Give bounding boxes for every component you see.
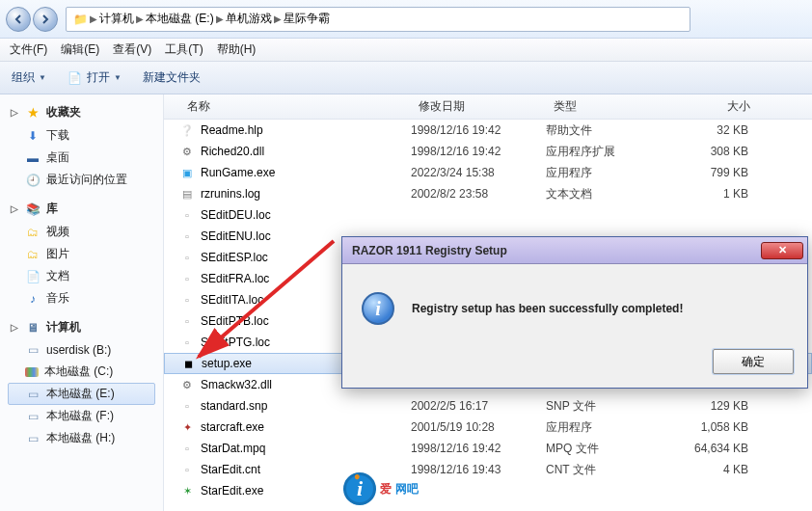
file-row[interactable]: ▫StarEdit.cnt1998/12/16 19:43CNT 文件4 KB [164, 459, 812, 480]
file-date: 2022/3/24 15:38 [411, 166, 546, 179]
expander-icon[interactable]: ▷ [10, 204, 19, 214]
file-date: 2001/5/19 10:28 [411, 420, 546, 434]
file-icon: ▫ [179, 229, 195, 244]
new-folder-button[interactable]: 新建文件夹 [143, 69, 201, 86]
file-icon: ▫ [179, 462, 195, 477]
expander-icon[interactable]: ▷ [10, 323, 19, 333]
info-icon: i [362, 292, 394, 325]
command-bar: 组织▼ 📄 打开▼ 新建文件夹 [0, 62, 812, 94]
col-date[interactable]: 修改日期 [411, 98, 546, 115]
file-type: 帮助文件 [546, 122, 662, 139]
sidebar-item-label: 本地磁盘 (F:) [46, 408, 114, 424]
sidebar-item[interactable]: ▭本地磁盘 (H:) [8, 427, 155, 449]
menu-tools[interactable]: 工具(T) [165, 41, 203, 58]
watermark: i 爱 网吧 [343, 472, 419, 505]
file-type: MPQ 文件 [546, 441, 662, 457]
file-row[interactable]: ✶StarEdit.exe [164, 480, 812, 501]
file-row[interactable]: ✦starcraft.exe2001/5/19 10:28应用程序1,058 K… [164, 417, 812, 438]
file-name: standard.snp [201, 399, 267, 413]
open-button[interactable]: 📄 打开▼ [68, 69, 122, 86]
file-size: 4 KB [662, 463, 758, 476]
file-row[interactable]: ❔Readme.hlp1998/12/16 19:42帮助文件32 KB [164, 120, 812, 141]
sidebar-item[interactable]: ▭本地磁盘 (F:) [8, 405, 155, 427]
file-icon: ▫ [179, 313, 195, 329]
sidebar-item-label: 本地磁盘 (E:) [46, 386, 115, 402]
sidebar: ▷ ★ 收藏夹 ⬇下载▬桌面🕘最近访问的位置 ▷ 📚 库 🗂视频🗂图片📄文档♪音… [0, 94, 164, 511]
file-name: StarDat.mpq [201, 442, 265, 455]
col-name[interactable]: 名称 [179, 98, 411, 115]
sidebar-group-favorites[interactable]: ▷ ★ 收藏夹 [10, 104, 155, 121]
sidebar-item[interactable]: 🕘最近访问的位置 [8, 169, 155, 191]
breadcrumb[interactable]: 本地磁盘 (E:) [146, 11, 214, 27]
file-icon: ▫ [179, 271, 195, 286]
file-type: 文本文档 [546, 186, 662, 202]
sidebar-item-icon: ▭ [25, 387, 41, 402]
close-button[interactable]: ✕ [761, 242, 803, 259]
titlebar: 📁 ▶ 计算机 ▶ 本地磁盘 (E:) ▶ 单机游戏 ▶ 星际争霸 [0, 0, 812, 39]
file-icon: ▤ [179, 186, 195, 202]
sidebar-item[interactable]: 🗂视频 [8, 221, 155, 243]
file-icon: ▣ [179, 165, 195, 180]
sidebar-item[interactable]: ⬇下载 [8, 124, 155, 147]
file-name: StarEdit.cnt [201, 463, 260, 476]
sidebar-item-icon: 🗂 [25, 225, 41, 240]
file-date: 2002/2/5 16:17 [411, 399, 546, 413]
expander-icon[interactable]: ▷ [10, 108, 19, 118]
file-size: 1 KB [662, 187, 758, 201]
file-row[interactable]: ▫StarDat.mpq1998/12/16 19:42MPQ 文件64,634… [164, 438, 812, 459]
file-row[interactable]: ▤rzrunins.log2002/8/2 23:58文本文档1 KB [164, 183, 812, 204]
file-name: SEditITA.loc [201, 293, 263, 307]
sidebar-item[interactable]: ▬桌面 [8, 147, 155, 169]
sidebar-item-icon: 🕘 [25, 173, 41, 188]
sidebar-item[interactable]: 📄文档 [8, 265, 155, 287]
breadcrumb[interactable]: 单机游戏 [226, 11, 272, 27]
menu-view[interactable]: 查看(V) [113, 41, 151, 58]
breadcrumb[interactable]: 星际争霸 [284, 11, 330, 27]
sidebar-item[interactable]: 本地磁盘 (C:) [8, 361, 155, 383]
sidebar-item[interactable]: ▭userdisk (B:) [8, 339, 155, 361]
file-name: SEditFRA.loc [201, 272, 269, 285]
sidebar-group-computer[interactable]: ▷ 🖥 计算机 [10, 319, 155, 336]
sidebar-item[interactable]: ▭本地磁盘 (E:) [8, 383, 155, 405]
watermark-text: 爱 [380, 481, 392, 498]
sidebar-group-label: 收藏夹 [46, 104, 81, 121]
sidebar-item-icon: 🗂 [25, 247, 41, 262]
sidebar-item-icon: ♪ [25, 291, 41, 307]
dialog-message: Registry setup has been successfully com… [412, 302, 683, 315]
sidebar-item[interactable]: 🗂图片 [8, 243, 155, 265]
sidebar-group-library[interactable]: ▷ 📚 库 [10, 201, 155, 217]
file-size: 799 KB [662, 166, 758, 179]
file-size: 64,634 KB [662, 442, 758, 455]
menu-file[interactable]: 文件(F) [10, 41, 47, 58]
file-date: 1998/12/16 19:42 [411, 123, 546, 137]
file-type: 应用程序 [546, 419, 662, 436]
sidebar-item[interactable]: ♪音乐 [8, 287, 155, 309]
file-row[interactable]: ▫SEditDEU.loc [164, 204, 812, 226]
nav-forward-button[interactable] [33, 7, 58, 32]
organize-button[interactable]: 组织▼ [12, 69, 46, 86]
col-type[interactable]: 类型 [546, 98, 662, 115]
sidebar-item-label: 图片 [46, 246, 69, 262]
file-row[interactable]: ▫standard.snp2002/2/5 16:17SNP 文件129 KB [164, 395, 812, 417]
nav-back-button[interactable] [6, 7, 31, 32]
address-bar[interactable]: 📁 ▶ 计算机 ▶ 本地磁盘 (E:) ▶ 单机游戏 ▶ 星际争霸 [66, 7, 690, 32]
chevron-right-icon: ▶ [136, 13, 144, 24]
breadcrumb[interactable]: 计算机 [99, 11, 134, 27]
col-size[interactable]: 大小 [662, 98, 758, 115]
menu-edit[interactable]: 编辑(E) [61, 41, 99, 58]
chevron-right-icon: ▶ [90, 13, 97, 24]
file-row[interactable]: ⚙Riched20.dll1998/12/16 19:42应用程序扩展308 K… [164, 141, 812, 162]
chevron-right-icon: ▶ [274, 13, 282, 24]
file-row[interactable]: ▣RunGame.exe2022/3/24 15:38应用程序799 KB [164, 162, 812, 183]
file-icon: ⚙ [179, 144, 195, 159]
file-icon: ▫ [179, 398, 195, 414]
file-name: StarEdit.exe [201, 484, 263, 498]
library-icon: 📚 [25, 202, 41, 217]
folder-icon: 📁 [72, 12, 88, 27]
file-size: 1,058 KB [662, 420, 758, 434]
chevron-right-icon: ▶ [216, 13, 224, 24]
ok-button[interactable]: 确定 [713, 349, 794, 374]
menu-help[interactable]: 帮助(H) [217, 41, 257, 58]
sidebar-item-label: 桌面 [46, 149, 69, 166]
dialog-titlebar[interactable]: RAZOR 1911 Registry Setup ✕ [342, 237, 807, 264]
